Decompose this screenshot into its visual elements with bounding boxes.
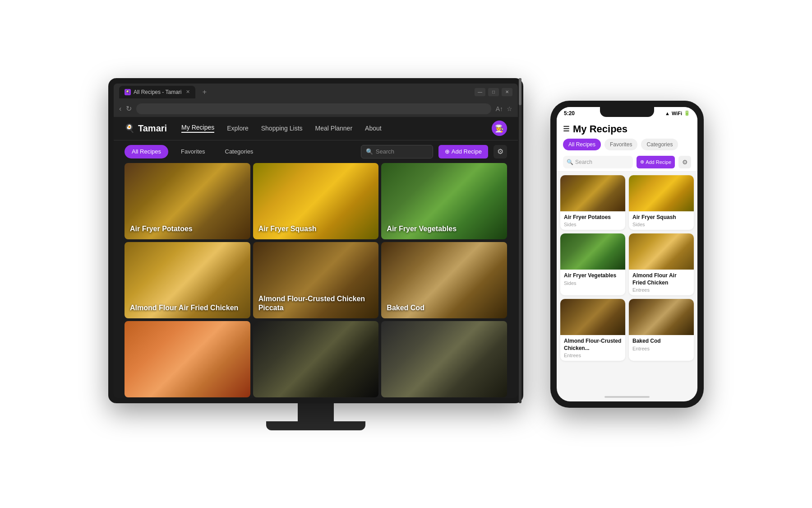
- phone-add-recipe-btn[interactable]: ⊕ Add Recipe: [637, 156, 675, 168]
- recipe-name: Almond Flour-Crusted Chicken Piccata: [258, 294, 379, 313]
- recipe-card[interactable]: Air Fryer Potatoes: [125, 163, 250, 239]
- nav-links: My Recipes Explore Shopping Lists Meal P…: [181, 124, 382, 133]
- monitor-screen: 🍳 All Recipes - Tamari ✕ + — □ ✕ ‹ ↻: [114, 84, 518, 398]
- phone-recipe-card[interactable]: Almond Flour-Crusted Chicken...Entrees: [560, 299, 625, 361]
- recipe-card[interactable]: Almond Flour-Crusted Chicken Piccata: [253, 242, 379, 318]
- recipe-name: Almond Flour Air Fried Chicken: [130, 303, 238, 313]
- phone-status-icons: ▲ WiFi 🔋: [665, 110, 690, 116]
- bookmark-icon[interactable]: ☆: [507, 105, 512, 112]
- close-btn[interactable]: ✕: [502, 88, 512, 96]
- phone-recipe-info: Almond Flour-Crusted Chicken...Entrees: [560, 335, 625, 361]
- phone-recipe-image: [560, 233, 625, 270]
- settings-btn[interactable]: ⚙: [494, 145, 507, 158]
- phone-recipe-info: Baked CodEntrees: [629, 335, 694, 354]
- phone-recipe-name: Almond Flour Air Fried Chicken: [632, 272, 690, 286]
- phone-recipe-image: [629, 175, 694, 211]
- phone-recipe-category: Sides: [564, 222, 622, 227]
- recipe-image: [381, 321, 507, 397]
- phone-recipe-name: Air Fryer Vegetables: [564, 272, 622, 280]
- phone-search-placeholder: Search: [575, 159, 592, 165]
- phone-recipe-category: Entrees: [564, 353, 622, 358]
- recipe-image: [253, 321, 379, 397]
- phone-recipe-card[interactable]: Almond Flour Air Fried ChickenEntrees: [629, 233, 694, 295]
- phone-recipe-category: Entrees: [632, 287, 690, 293]
- phone-filter-favorites[interactable]: Favorites: [604, 139, 637, 150]
- phone-filter-all[interactable]: All Recipes: [563, 139, 601, 150]
- recipe-card[interactable]: [253, 321, 379, 397]
- recipe-name: Air Fryer Squash: [258, 224, 317, 234]
- phone-recipe-image: [560, 175, 625, 211]
- nav-explore[interactable]: Explore: [227, 125, 248, 132]
- recipe-name: Air Fryer Vegetables: [387, 224, 457, 234]
- nav-about[interactable]: About: [365, 125, 382, 132]
- phone-search[interactable]: 🔍 Search: [563, 156, 633, 168]
- settings-icon: ⚙: [497, 147, 503, 156]
- address-actions: A↑ ☆: [496, 105, 512, 112]
- phone-recipe-image: [560, 299, 625, 335]
- filter-all-recipes[interactable]: All Recipes: [125, 145, 168, 158]
- home-bar: [604, 396, 650, 398]
- filter-favorites[interactable]: Favorites: [174, 145, 212, 158]
- tab-title: All Recipes - Tamari: [134, 89, 181, 95]
- user-avatar[interactable]: 👨‍🍳: [492, 121, 507, 136]
- brand-icon: 🍳: [125, 123, 134, 133]
- phone-app-title: ☰ My Recipes: [563, 123, 691, 135]
- app-content: 🍳 Tamari My Recipes Explore Shopping Lis…: [114, 117, 518, 398]
- add-recipe-btn[interactable]: ⊕ Add Recipe: [438, 145, 488, 158]
- phone-recipe-info: Almond Flour Air Fried ChickenEntrees: [629, 270, 694, 295]
- brand-name: Tamari: [138, 123, 167, 134]
- phone-settings-btn[interactable]: ⚙: [678, 156, 691, 168]
- recipe-card[interactable]: Almond Flour Air Fried Chicken: [125, 242, 250, 318]
- phone-filter-categories[interactable]: Categories: [641, 139, 678, 150]
- phone-recipe-card[interactable]: Air Fryer PotatoesSides: [560, 175, 625, 230]
- phone-recipe-info: Air Fryer SquashSides: [629, 211, 694, 230]
- add-icon: ⊕: [445, 148, 450, 155]
- nav-my-recipes[interactable]: My Recipes: [181, 124, 214, 133]
- recipe-card[interactable]: [125, 321, 250, 397]
- back-btn[interactable]: ‹: [119, 105, 121, 113]
- phone-recipe-card[interactable]: Baked CodEntrees: [629, 299, 694, 361]
- recipe-card[interactable]: [381, 321, 507, 397]
- tab-close-btn[interactable]: ✕: [186, 89, 190, 95]
- phone-add-icon: ⊕: [640, 159, 644, 165]
- recipe-card[interactable]: Air Fryer Vegetables: [381, 163, 507, 239]
- desktop-monitor: 🍳 All Recipes - Tamari ✕ + — □ ✕ ‹ ↻: [108, 78, 523, 430]
- filter-categories[interactable]: Categories: [218, 145, 261, 158]
- phone-recipe-info: Air Fryer PotatoesSides: [560, 211, 625, 230]
- phone-frame: 5:20 ▲ WiFi 🔋 ☰ My Recipes All Recipes F…: [550, 101, 704, 408]
- phone-recipe-card[interactable]: Air Fryer VegetablesSides: [560, 233, 625, 295]
- phone-recipe-name: Almond Flour-Crusted Chicken...: [564, 338, 622, 352]
- phone-recipe-category: Sides: [632, 222, 690, 227]
- recipe-card[interactable]: Baked Cod: [381, 242, 507, 318]
- phone-recipe-card[interactable]: Air Fryer SquashSides: [629, 175, 694, 230]
- phone-recipe-name: Baked Cod: [632, 338, 690, 345]
- phone-recipe-category: Entrees: [632, 346, 690, 351]
- phone-app-header: ☰ My Recipes All Recipes Favorites Categ…: [557, 120, 697, 153]
- nav-meal-planner[interactable]: Meal Planner: [315, 125, 353, 132]
- read-aloud-icon[interactable]: A↑: [496, 105, 503, 112]
- signal-icon: ▲: [665, 111, 670, 116]
- phone-recipe-info: Air Fryer VegetablesSides: [560, 270, 625, 289]
- hamburger-menu[interactable]: ☰: [563, 125, 569, 133]
- new-tab-btn[interactable]: +: [199, 87, 210, 98]
- minimize-btn[interactable]: —: [475, 88, 485, 96]
- battery-icon: 🔋: [684, 110, 690, 116]
- url-input[interactable]: [136, 103, 491, 114]
- search-icon: 🔍: [366, 148, 373, 155]
- recipe-card[interactable]: Air Fryer Squash: [253, 163, 379, 239]
- browser-titlebar: 🍳 All Recipes - Tamari ✕ + — □ ✕: [114, 84, 518, 101]
- browser-tab[interactable]: 🍳 All Recipes - Tamari ✕: [119, 86, 195, 98]
- phone-add-label: Add Recipe: [646, 159, 671, 165]
- phone-screen: 5:20 ▲ WiFi 🔋 ☰ My Recipes All Recipes F…: [557, 107, 697, 401]
- search-box[interactable]: 🔍 Search: [361, 145, 433, 158]
- phone-toolbar: 🔍 Search ⊕ Add Recipe ⚙: [557, 153, 697, 172]
- home-indicator: [557, 392, 697, 401]
- refresh-btn[interactable]: ↻: [126, 104, 132, 113]
- phone-title: My Recipes: [573, 123, 627, 135]
- phone-settings-icon: ⚙: [682, 158, 688, 166]
- nav-shopping-lists[interactable]: Shopping Lists: [261, 125, 303, 132]
- phone-notch: [600, 107, 654, 117]
- phone-recipe-name: Air Fryer Potatoes: [564, 214, 622, 221]
- maximize-btn[interactable]: □: [488, 88, 499, 96]
- tab-favicon: 🍳: [125, 89, 131, 95]
